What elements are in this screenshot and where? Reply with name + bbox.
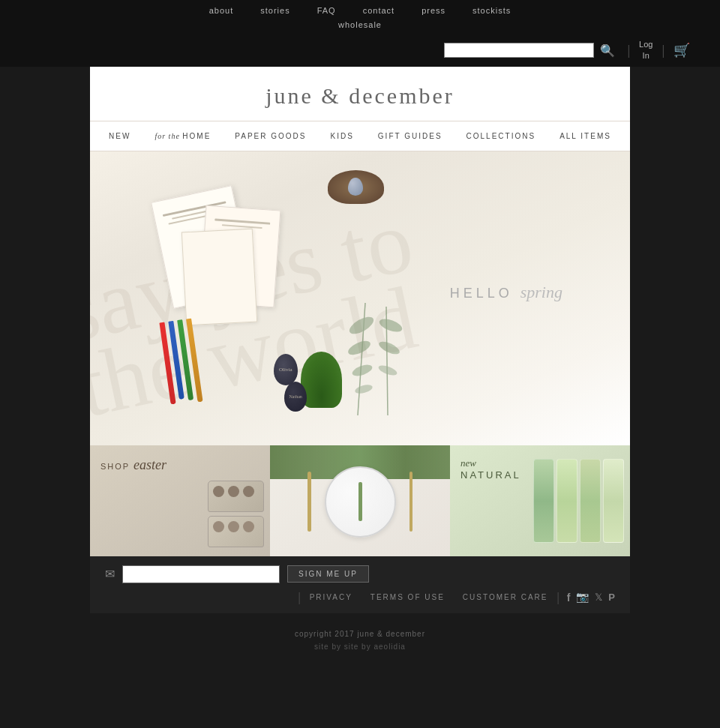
- search-cart-bar: 🔍 | LogIn | 🛒: [0, 34, 720, 67]
- fabric-1: [533, 459, 554, 543]
- lavender: [358, 482, 362, 521]
- top-nav-bar: about stories FAQ contact press stockist…: [0, 0, 720, 34]
- center-column: june & december NEW for the HOME PAPER G…: [90, 67, 630, 613]
- email-input[interactable]: [122, 565, 280, 583]
- site-logo: june & december: [90, 83, 630, 109]
- panels-row: SHOP easter: [90, 445, 630, 556]
- plate: [325, 466, 396, 538]
- footer-links-area: | PRIVACY TERMS OF USE CUSTOMER CARE | f…: [105, 591, 615, 604]
- nav-about[interactable]: about: [196, 4, 248, 17]
- svg-point-7: [377, 339, 401, 357]
- panel-natural[interactable]: new NATURAL: [450, 445, 630, 556]
- instagram-icon[interactable]: 📷: [576, 591, 589, 604]
- egg-carton-top: [208, 481, 264, 512]
- svg-point-6: [377, 316, 404, 334]
- egg-cartons: [208, 481, 264, 547]
- copyright-text: copyright 2017 june & december: [0, 630, 720, 638]
- panel-table-setting[interactable]: [270, 445, 450, 556]
- divider: |: [627, 43, 630, 58]
- decorated-egg-1: Olivia: [274, 354, 298, 385]
- wholesale-link[interactable]: wholesale: [338, 17, 382, 31]
- fabric-4: [603, 459, 624, 543]
- hero-banner: say yes tothe world: [90, 151, 630, 445]
- nav-stockists[interactable]: stockists: [459, 4, 524, 17]
- hero-tagline: HELLO spring: [450, 283, 562, 302]
- knife: [410, 472, 412, 532]
- copyright-bar: copyright 2017 june & december site by s…: [0, 613, 720, 658]
- egg-carton-bottom: [208, 516, 264, 547]
- signup-bar: ✉ SIGN ME UP | PRIVACY TERMS OF USE CUST…: [90, 556, 630, 613]
- bird-nest: [328, 170, 384, 204]
- divider2: |: [662, 43, 664, 58]
- fabric-2: [556, 459, 578, 543]
- site-wrapper: about stories FAQ contact press stockist…: [0, 0, 720, 658]
- svg-point-3: [351, 362, 374, 378]
- search-input[interactable]: [444, 43, 594, 58]
- nav-all-items[interactable]: ALL ITEMS: [548, 129, 623, 143]
- svg-point-1: [346, 313, 376, 337]
- nav-paper-goods[interactable]: PAPER GOODS: [223, 129, 318, 143]
- pinterest-icon[interactable]: P: [608, 592, 615, 603]
- cart-link[interactable]: 🛒: [674, 42, 690, 58]
- fork: [308, 472, 311, 532]
- twitter-icon[interactable]: 𝕏: [595, 592, 602, 603]
- svg-point-4: [354, 383, 374, 395]
- nav-faq[interactable]: FAQ: [304, 4, 350, 17]
- log-in-link[interactable]: LogIn: [639, 39, 652, 62]
- signup-button[interactable]: SIGN ME UP: [287, 565, 369, 583]
- nav-collections[interactable]: COLLECTIONS: [454, 129, 548, 143]
- search-button[interactable]: 🔍: [597, 43, 618, 58]
- nav-press[interactable]: press: [408, 4, 459, 17]
- site-by-text: site by site by aeolidia: [0, 643, 720, 651]
- egg: [348, 178, 363, 196]
- mail-icon: ✉: [105, 567, 115, 581]
- card-3: [182, 228, 257, 325]
- nav-gift-guides[interactable]: GIFT GUIDES: [366, 129, 454, 143]
- table-plate: [308, 466, 412, 538]
- nav-contact[interactable]: contact: [350, 4, 408, 17]
- fabric-rolls: [533, 459, 624, 543]
- nav-home[interactable]: for the HOME: [142, 129, 223, 143]
- social-icons: f 📷 𝕏 P: [560, 591, 615, 604]
- panel-easter[interactable]: SHOP easter: [90, 445, 270, 556]
- nav-new[interactable]: NEW: [97, 129, 142, 143]
- svg-point-2: [346, 338, 372, 358]
- main-nav: NEW for the HOME PAPER GOODS KIDS GIFT G…: [90, 121, 630, 151]
- logo-area: june & december: [90, 67, 630, 121]
- privacy-link[interactable]: PRIVACY: [301, 593, 362, 601]
- natural-label: new NATURAL: [460, 457, 521, 481]
- nav-kids[interactable]: KIDS: [319, 129, 366, 143]
- search-area: 🔍: [444, 43, 618, 58]
- easter-label: SHOP easter: [100, 457, 166, 473]
- fabric-3: [580, 459, 601, 543]
- facebook-icon[interactable]: f: [567, 592, 571, 604]
- fern-prints: [328, 288, 440, 423]
- customer-care-link[interactable]: CUSTOMER CARE: [454, 593, 557, 601]
- nav-stories[interactable]: stories: [247, 4, 303, 17]
- terms-link[interactable]: TERMS OF USE: [362, 593, 454, 601]
- decorated-egg-2: Nathan: [284, 382, 307, 412]
- top-nav-links: about stories FAQ contact press stockist…: [196, 4, 525, 17]
